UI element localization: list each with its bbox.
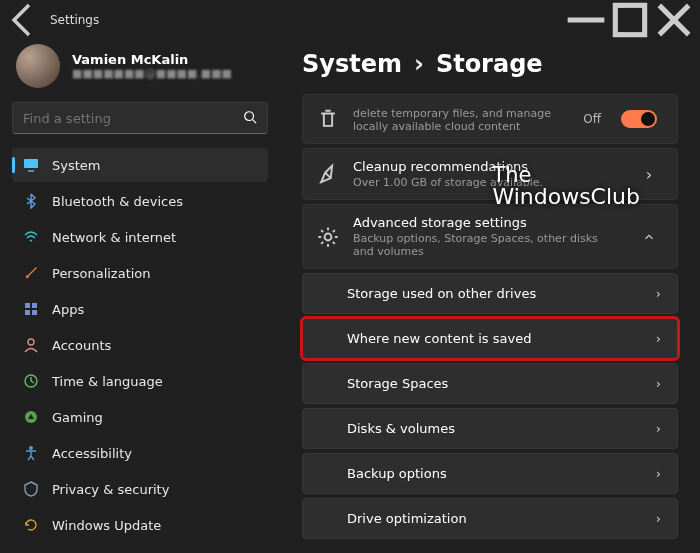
sub-label: Drive optimization	[347, 511, 467, 526]
sidebar-item-apps[interactable]: Apps	[12, 292, 268, 326]
chevron-right-icon: ›	[656, 421, 661, 436]
sidebar-item-label: Windows Update	[52, 518, 161, 533]
storage-sense-toggle[interactable]	[621, 110, 657, 128]
sidebar-item-update[interactable]: Windows Update	[12, 508, 268, 542]
wifi-icon	[22, 228, 40, 246]
close-button[interactable]	[652, 5, 696, 35]
sidebar-item-accounts[interactable]: Accounts	[12, 328, 268, 362]
sidebar-item-privacy[interactable]: Privacy & security	[12, 472, 268, 506]
accessibility-icon	[22, 444, 40, 462]
user-email: ■■■■■■■@■■■■.■■■	[72, 67, 232, 80]
chevron-right-icon: ›	[656, 511, 661, 526]
sidebar: Vamien McKalin ■■■■■■■@■■■■.■■■ System B…	[0, 40, 280, 553]
advanced-storage-card[interactable]: Advanced storage settings Backup options…	[302, 204, 678, 269]
maximize-button[interactable]	[608, 5, 652, 35]
sub-storage-spaces[interactable]: Storage Spaces ›	[302, 363, 678, 404]
sidebar-item-label: Gaming	[52, 410, 103, 425]
window-title: Settings	[50, 13, 99, 27]
sub-drive-optimization[interactable]: Drive optimization ›	[302, 498, 678, 539]
broom-icon	[317, 163, 339, 185]
cleanup-card[interactable]: Cleanup recommendations Over 1.00 GB of …	[302, 148, 678, 200]
card-subtitle: Backup options, Storage Spaces, other di…	[353, 232, 621, 258]
sub-label: Storage Spaces	[347, 376, 448, 391]
svg-point-7	[28, 339, 34, 345]
chevron-right-icon: ›	[414, 50, 424, 78]
sidebar-item-label: Personalization	[52, 266, 151, 281]
sub-label: Disks & volumes	[347, 421, 455, 436]
sub-storage-other-drives[interactable]: Storage used on other drives ›	[302, 273, 678, 314]
sidebar-item-label: Accounts	[52, 338, 111, 353]
account-block[interactable]: Vamien McKalin ■■■■■■■@■■■■.■■■	[12, 40, 268, 102]
sidebar-item-label: Time & language	[52, 374, 163, 389]
sidebar-item-label: Bluetooth & devices	[52, 194, 183, 209]
avatar	[16, 44, 60, 88]
sub-label: Backup options	[347, 466, 447, 481]
toggle-label: Off	[583, 112, 601, 126]
chevron-right-icon: ›	[656, 286, 661, 301]
gear-icon	[317, 226, 339, 248]
sub-disks-volumes[interactable]: Disks & volumes ›	[302, 408, 678, 449]
search-input[interactable]	[23, 111, 243, 126]
search-box[interactable]	[12, 102, 268, 134]
sidebar-item-time[interactable]: Time & language	[12, 364, 268, 398]
sidebar-item-label: Accessibility	[52, 446, 132, 461]
sidebar-item-label: Network & internet	[52, 230, 176, 245]
accounts-icon	[22, 336, 40, 354]
breadcrumb-parent[interactable]: System	[302, 50, 402, 78]
sidebar-item-bluetooth[interactable]: Bluetooth & devices	[12, 184, 268, 218]
card-subtitle: delete temporary files, and manage local…	[353, 107, 569, 133]
svg-point-1	[245, 111, 254, 120]
svg-point-11	[325, 233, 332, 240]
svg-point-10	[29, 446, 33, 450]
content: System › Storage delete temporary files,…	[280, 40, 700, 553]
sub-where-new-content[interactable]: Where new content is saved ›	[302, 318, 678, 359]
sidebar-item-accessibility[interactable]: Accessibility	[12, 436, 268, 470]
sub-label: Where new content is saved	[347, 331, 531, 346]
sidebar-item-label: System	[52, 158, 100, 173]
minimize-button[interactable]	[564, 5, 608, 35]
apps-icon	[22, 300, 40, 318]
shield-icon	[22, 480, 40, 498]
chevron-right-icon: ›	[635, 165, 663, 184]
breadcrumb-current: Storage	[436, 50, 543, 78]
back-button[interactable]	[4, 0, 44, 40]
sidebar-item-label: Apps	[52, 302, 84, 317]
chevron-right-icon: ›	[656, 331, 661, 346]
sidebar-item-label: Privacy & security	[52, 482, 169, 497]
sidebar-item-system[interactable]: System	[12, 148, 268, 182]
sidebar-item-gaming[interactable]: Gaming	[12, 400, 268, 434]
sidebar-item-network[interactable]: Network & internet	[12, 220, 268, 254]
sidebar-item-personalization[interactable]: Personalization	[12, 256, 268, 290]
card-subtitle: Over 1.00 GB of storage available.	[353, 176, 621, 189]
svg-rect-2	[24, 159, 38, 168]
card-title: Advanced storage settings	[353, 215, 621, 230]
gaming-icon	[22, 408, 40, 426]
system-icon	[22, 156, 40, 174]
chevron-right-icon: ›	[656, 466, 661, 481]
bluetooth-icon	[22, 192, 40, 210]
storage-sense-card[interactable]: delete temporary files, and manage local…	[302, 94, 678, 144]
svg-rect-4	[32, 303, 37, 308]
titlebar: Settings	[0, 0, 700, 40]
user-name: Vamien McKalin	[72, 52, 232, 67]
card-title: Cleanup recommendations	[353, 159, 621, 174]
svg-rect-3	[25, 303, 30, 308]
sub-label: Storage used on other drives	[347, 286, 536, 301]
update-icon	[22, 516, 40, 534]
chevron-up-icon	[635, 231, 663, 243]
sub-backup-options[interactable]: Backup options ›	[302, 453, 678, 494]
search-icon	[243, 109, 257, 128]
svg-rect-5	[25, 310, 30, 315]
svg-rect-0	[615, 5, 644, 34]
breadcrumb: System › Storage	[302, 50, 678, 78]
clock-icon	[22, 372, 40, 390]
trash-icon	[317, 108, 339, 130]
chevron-right-icon: ›	[656, 376, 661, 391]
svg-rect-6	[32, 310, 37, 315]
brush-icon	[22, 264, 40, 282]
